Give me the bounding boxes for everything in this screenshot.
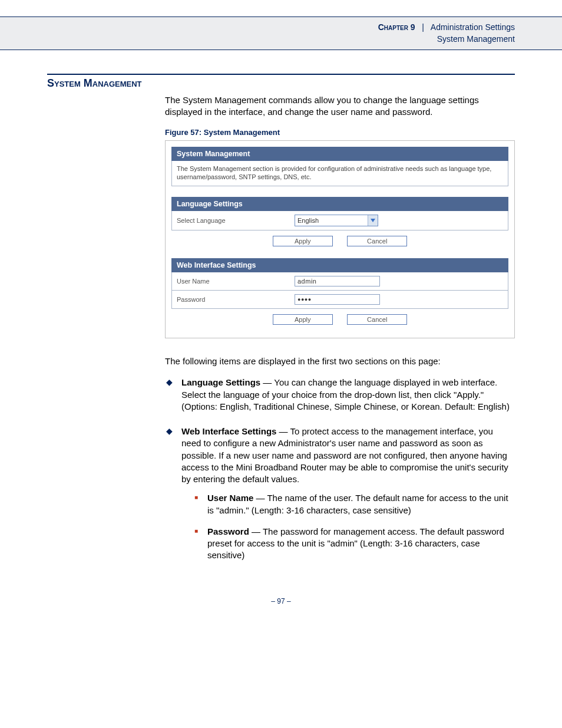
language-cancel-button[interactable]: Cancel bbox=[347, 236, 407, 246]
language-settings-header: Language Settings bbox=[171, 197, 508, 211]
page-header: Chapter 9 | Administration Settings Syst… bbox=[0, 17, 562, 50]
figure-screenshot: System Management The System Management … bbox=[165, 140, 515, 339]
page-number: – 97 – bbox=[47, 597, 515, 605]
password-label: Password bbox=[177, 296, 295, 303]
username-input[interactable]: admin bbox=[295, 276, 380, 286]
chapter-label: Chapter 9 bbox=[378, 22, 415, 32]
panel-description: The System Management section is provide… bbox=[171, 161, 508, 187]
bullet-web-interface-settings: Web Interface Settings — To protect acce… bbox=[165, 426, 515, 562]
bullet-list: Language Settings — You can change the l… bbox=[165, 377, 515, 561]
web-apply-button[interactable]: Apply bbox=[273, 314, 333, 325]
select-language-value: English bbox=[295, 215, 368, 226]
web-cancel-button[interactable]: Cancel bbox=[347, 314, 407, 325]
sub-bullet-password: Password — The password for management a… bbox=[194, 526, 515, 562]
select-language-label: Select Language bbox=[177, 217, 295, 224]
chevron-down-icon[interactable] bbox=[368, 215, 378, 226]
password-row: Password ●●●● bbox=[171, 291, 508, 309]
sub-bullet-list: User Name — The name of the user. The de… bbox=[194, 492, 515, 561]
password-input[interactable]: ●●●● bbox=[295, 294, 380, 305]
language-apply-button[interactable]: Apply bbox=[273, 236, 333, 246]
web-interface-header: Web Interface Settings bbox=[171, 258, 508, 272]
chapter-subtopic: System Management bbox=[18, 34, 515, 45]
section-intro: The System Management commands allow you… bbox=[165, 94, 515, 118]
followup-text: The following items are displayed in the… bbox=[165, 356, 515, 366]
language-row: Select Language English bbox=[171, 211, 508, 230]
panel-title: System Management bbox=[171, 147, 508, 161]
username-row: User Name admin bbox=[171, 272, 508, 291]
figure-caption: Figure 57: System Management bbox=[165, 128, 515, 137]
bullet-language-settings: Language Settings — You can change the l… bbox=[165, 377, 515, 413]
select-language-dropdown[interactable]: English bbox=[295, 215, 378, 226]
username-label: User Name bbox=[177, 278, 295, 285]
chapter-topic: Administration Settings bbox=[431, 22, 515, 32]
sub-bullet-username: User Name — The name of the user. The de… bbox=[194, 492, 515, 516]
section-title: System Management bbox=[47, 77, 515, 90]
